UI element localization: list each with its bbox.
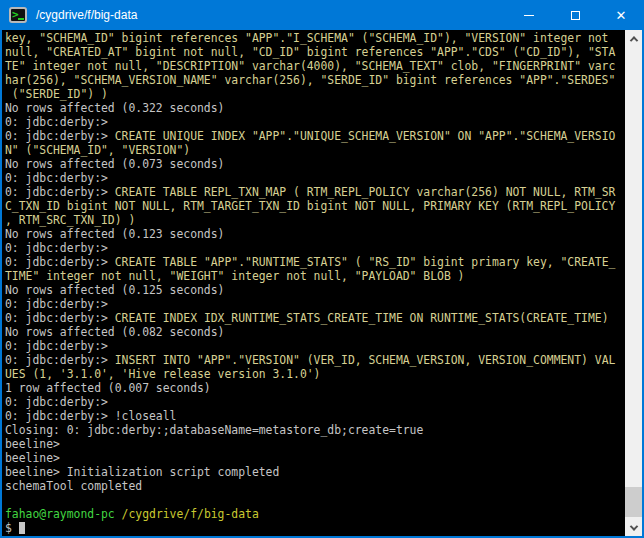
terminal-line: 0: jdbc:derby:> CREATE INDEX IDX_RUNTIME… [5,311,625,325]
terminal-line: null, "CREATED_AT" bigint not null, "CD_… [5,45,625,59]
mintty-terminal-icon: > [9,7,27,23]
terminal-window: > /cygdrive/f/big-data ✕ key, "SCHEMA_ID… [0,0,644,538]
terminal-line: TE" integer not null, "DESCRIPTION" varc… [5,59,625,73]
terminal-line: beeline> [5,437,625,451]
terminal-line: ("SERDE_ID") ) [5,87,625,101]
terminal-line: key, "SCHEMA_ID" bigint references "APP"… [5,31,625,45]
scrollbar-thumb[interactable] [625,487,642,517]
terminal-line: No rows affected (0.322 seconds) [5,101,625,115]
terminal-output[interactable]: key, "SCHEMA_ID" bigint references "APP"… [2,30,625,536]
terminal-line: Closing: 0: jdbc:derby:;databaseName=met… [5,423,625,437]
terminal-line: No rows affected (0.125 seconds) [5,283,625,297]
terminal-line: 0: jdbc:derby:> CREATE TABLE "APP"."RUNT… [5,255,625,269]
scroll-up-button[interactable] [625,30,642,47]
terminal-line: 0: jdbc:derby:> [5,171,625,185]
terminal-cursor [19,522,25,534]
terminal-line [5,493,625,507]
scroll-down-button[interactable] [625,519,642,536]
terminal-line: beeline> [5,451,625,465]
close-icon: ✕ [616,9,627,22]
terminal-line: 0: jdbc:derby:> [5,395,625,409]
terminal-line: har(256), "SCHEMA_VERSION_NAME" varchar(… [5,73,625,87]
terminal-line: fahao@raymond-pc /cygdrive/f/big-data [5,507,625,521]
terminal-line: 0: jdbc:derby:> [5,297,625,311]
terminal-line: 0: jdbc:derby:> INSERT INTO "APP"."VERSI… [5,353,625,367]
terminal-line: TIME" integer not null, "WEIGHT" integer… [5,269,625,283]
terminal-line: C_TXN_ID bigint NOT NULL, RTM_TARGET_TXN… [5,199,625,213]
terminal-line: schemaTool completed [5,479,625,493]
window-controls: ✕ [506,0,644,30]
terminal-line: $ [5,521,625,535]
minimize-button[interactable] [506,0,552,30]
terminal-line: 0: jdbc:derby:> [5,241,625,255]
terminal-line: 1 row affected (0.007 seconds) [5,381,625,395]
titlebar[interactable]: > /cygdrive/f/big-data ✕ [0,0,644,30]
terminal-line: No rows affected (0.123 seconds) [5,227,625,241]
chevron-down-icon [629,522,637,530]
maximize-button[interactable] [552,0,598,30]
terminal-line: 0: jdbc:derby:> CREATE UNIQUE INDEX "APP… [5,129,625,143]
terminal-line: beeline> Initialization script completed [5,465,625,479]
terminal-line: 0: jdbc:derby:> [5,339,625,353]
terminal-line: 0: jdbc:derby:> !closeall [5,409,625,423]
terminal-line: 0: jdbc:derby:> [5,115,625,129]
window-title: /cygdrive/f/big-data [36,8,137,22]
terminal-line: N" ("SCHEMA_ID", "VERSION") [5,143,625,157]
terminal-line: No rows affected (0.082 seconds) [5,325,625,339]
chevron-up-icon [629,36,637,44]
maximize-icon [571,11,580,20]
terminal-line: UES (1, '3.1.0', 'Hive release version 3… [5,367,625,381]
scrollbar[interactable] [625,30,642,536]
minimize-icon [524,15,534,16]
close-button[interactable]: ✕ [598,0,644,30]
terminal-line: 0: jdbc:derby:> CREATE TABLE REPL_TXN_MA… [5,185,625,199]
terminal-line: No rows affected (0.073 seconds) [5,157,625,171]
terminal-line: , RTM_SRC_TXN_ID) ) [5,213,625,227]
